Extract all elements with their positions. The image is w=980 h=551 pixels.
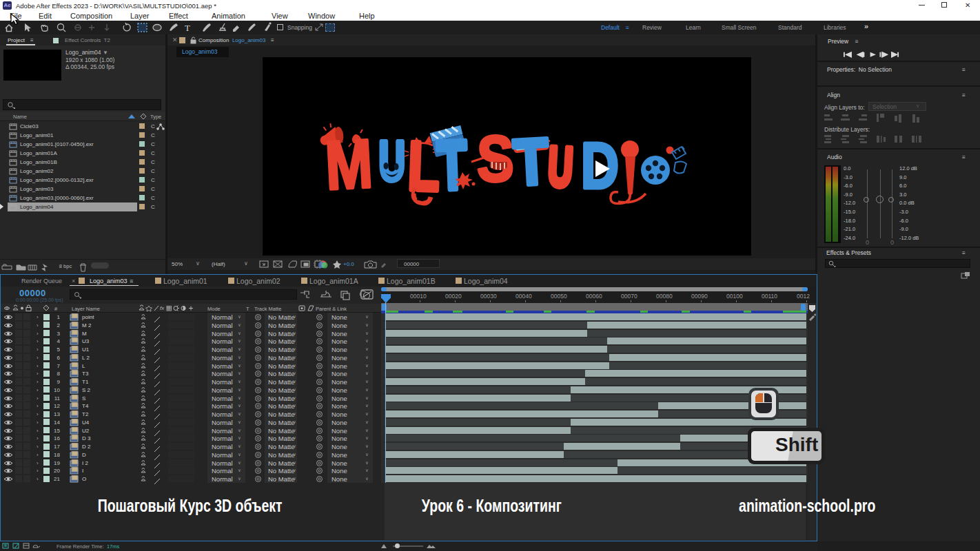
- svg-text:T: T: [185, 23, 190, 33]
- svg-text:U: U: [379, 130, 405, 191]
- svg-text:S: S: [477, 122, 514, 196]
- svg-text:T: T: [436, 126, 469, 204]
- svg-text:T: T: [511, 124, 551, 199]
- svg-text:M: M: [323, 125, 374, 204]
- svg-text:U: U: [547, 135, 574, 198]
- svg-text:fx: fx: [160, 305, 165, 311]
